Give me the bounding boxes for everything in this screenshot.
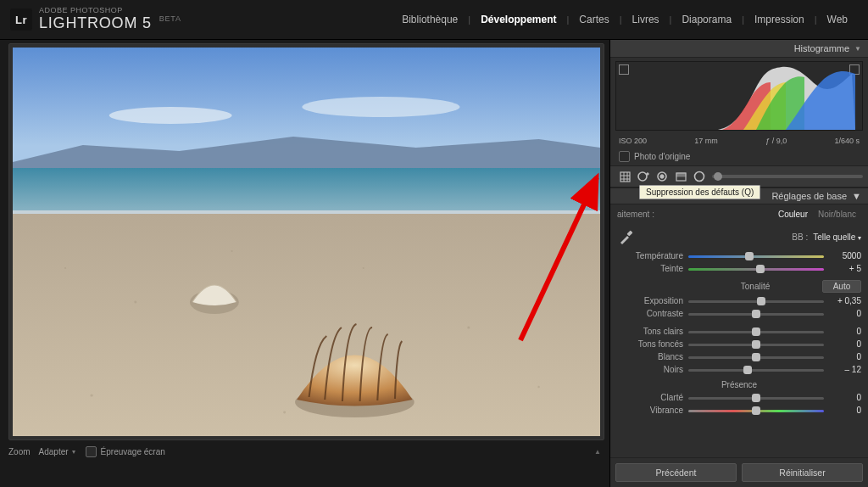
wb-preset[interactable]: Telle quelle ▾: [813, 232, 861, 242]
slider-shadows[interactable]: Tons foncés 0: [610, 338, 868, 350]
checkbox-icon: [86, 446, 97, 457]
image-preview[interactable]: [13, 48, 600, 436]
history-buttons: Précédent Réinitialiser: [610, 457, 868, 487]
slider-tint[interactable]: Teinte + 5: [610, 262, 868, 275]
slider-clarity[interactable]: Clarté 0: [610, 391, 868, 404]
svg-point-11: [90, 394, 92, 396]
eyedropper-icon[interactable]: [617, 227, 636, 246]
reset-button[interactable]: Réinitialiser: [742, 463, 863, 482]
histogram-header[interactable]: Histogramme▼: [610, 40, 868, 58]
checkbox-icon: [619, 151, 630, 162]
grad-filter-tool-icon[interactable]: [671, 168, 690, 185]
treatment-color[interactable]: Couleur: [773, 208, 813, 221]
auto-tone-button[interactable]: Auto: [822, 280, 861, 293]
product-label: LIGHTROOM 5 BETA: [39, 15, 181, 32]
svg-rect-29: [626, 230, 632, 236]
right-panel: Histogramme▼ ISO 200 17 mm ƒ / 9,0 1/640…: [609, 40, 868, 487]
app-header: Lr ADOBE PHOTOSHOP LIGHTROOM 5 BETA Bibl…: [0, 0, 868, 40]
svg-point-9: [467, 327, 470, 329]
zoom-label[interactable]: Zoom: [8, 447, 31, 456]
basic-panel: aitement : Couleur Noir/blanc BB : Telle…: [610, 204, 868, 457]
tab-book[interactable]: Livres: [622, 14, 670, 25]
svg-point-2: [302, 97, 459, 117]
tab-develop[interactable]: Développement: [470, 14, 566, 25]
annotation-arrow-icon: [512, 171, 605, 349]
svg-point-28: [695, 172, 704, 182]
svg-rect-27: [676, 173, 686, 176]
slider-contrast[interactable]: Contraste 0: [610, 307, 868, 320]
preview-column: Zoom Adapter ▾ Épreuvage écran ▲: [0, 40, 609, 487]
meta-aperture: ƒ / 9,0: [765, 137, 787, 145]
treatment-row: aitement : Couleur Noir/blanc: [610, 204, 868, 224]
wb-row: BB : Telle quelle ▾: [610, 224, 868, 249]
svg-point-7: [134, 301, 136, 304]
svg-point-6: [64, 267, 66, 269]
histogram-area[interactable]: [615, 61, 863, 131]
svg-point-13: [283, 411, 286, 414]
svg-point-25: [660, 175, 664, 178]
slider-exposure[interactable]: Exposition + 0,35: [610, 294, 868, 307]
tab-map[interactable]: Cartes: [569, 14, 619, 25]
original-photo-toggle[interactable]: Photo d'origine: [610, 148, 868, 165]
slider-highlights[interactable]: Tons clairs 0: [610, 325, 868, 338]
crop-tool-icon[interactable]: [615, 168, 634, 185]
fit-label[interactable]: Adapter: [39, 447, 69, 456]
filmstrip-toggle-icon[interactable]: ▲: [594, 448, 601, 456]
slider-temperature[interactable]: Température 5000: [610, 249, 868, 262]
preview-footer: Zoom Adapter ▾ Épreuvage écran ▲: [0, 442, 609, 461]
tab-slideshow[interactable]: Diaporama: [671, 14, 742, 25]
svg-point-23: [647, 173, 648, 175]
app-title-block: ADOBE PHOTOSHOP LIGHTROOM 5 BETA: [39, 7, 181, 32]
tooltip: Suppression des défauts (Q): [639, 185, 760, 199]
tone-header: Tonalité Auto: [610, 275, 868, 294]
svg-rect-17: [620, 172, 630, 182]
svg-point-8: [231, 250, 233, 252]
tab-web[interactable]: Web: [817, 14, 858, 25]
soft-proof-toggle[interactable]: Épreuvage écran: [86, 446, 165, 457]
slider-vibrance[interactable]: Vibrance 0: [610, 404, 868, 417]
meta-focal: 17 mm: [694, 137, 718, 145]
slider-blacks[interactable]: Noirs – 12: [610, 363, 868, 376]
svg-point-1: [109, 107, 232, 124]
svg-line-16: [520, 177, 597, 340]
svg-point-12: [363, 267, 364, 269]
previous-button[interactable]: Précédent: [615, 463, 737, 482]
app-logo: Lr: [10, 8, 32, 31]
redeye-tool-icon[interactable]: [653, 168, 671, 185]
tab-library[interactable]: Bibliothèque: [392, 14, 468, 25]
photo-meta: ISO 200 17 mm ƒ / 9,0 1/640 s: [610, 134, 868, 148]
brush-tool-icon[interactable]: [712, 168, 863, 185]
radial-filter-tool-icon[interactable]: [690, 168, 709, 185]
tab-print[interactable]: Impression: [744, 14, 815, 25]
module-nav: Bibliothèque| Développement| Cartes| Liv…: [392, 14, 858, 25]
meta-shutter: 1/640 s: [834, 137, 860, 145]
svg-point-10: [537, 386, 539, 388]
preview-frame: [8, 43, 604, 440]
tool-strip: Suppression des défauts (Q): [610, 165, 868, 188]
spot-removal-tool-icon[interactable]: [634, 168, 653, 185]
slider-whites[interactable]: Blancs 0: [610, 350, 868, 363]
treatment-bw[interactable]: Noir/blanc: [813, 208, 861, 221]
svg-point-22: [638, 172, 647, 181]
presence-title: Présence: [610, 376, 868, 391]
meta-iso: ISO 200: [619, 137, 647, 145]
